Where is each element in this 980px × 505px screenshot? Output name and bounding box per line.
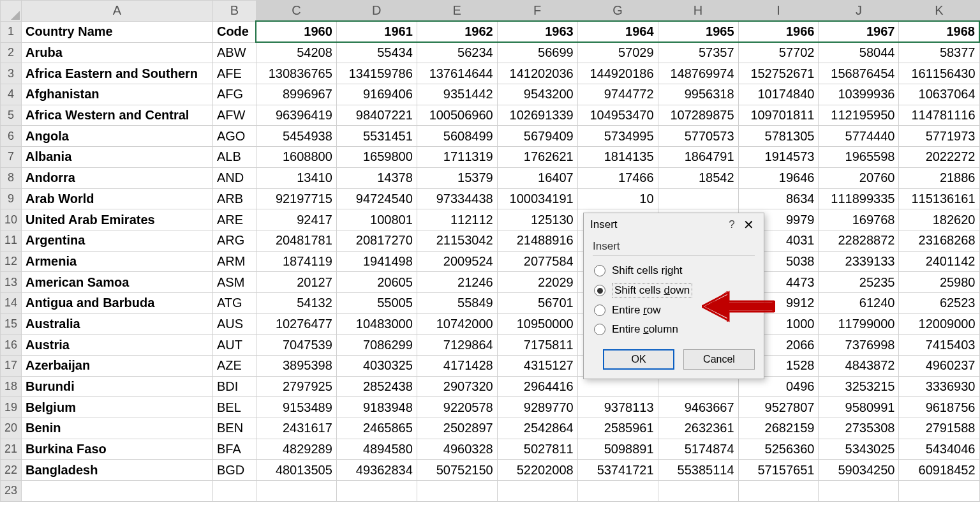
cell-J9[interactable]: 111899335 bbox=[819, 188, 899, 209]
cell-A16[interactable]: Austria bbox=[22, 335, 213, 356]
cell-K6[interactable]: 5771973 bbox=[899, 126, 979, 147]
cell-I2[interactable]: 57702 bbox=[738, 42, 819, 63]
cell-K15[interactable]: 12009000 bbox=[899, 313, 979, 335]
cell-F3[interactable]: 141202036 bbox=[497, 63, 577, 84]
cell-F18[interactable]: 2964416 bbox=[497, 376, 577, 397]
cell-I19[interactable]: 9527807 bbox=[738, 397, 819, 418]
cell-E19[interactable]: 9220578 bbox=[417, 397, 497, 418]
cancel-button[interactable]: Cancel bbox=[683, 349, 755, 370]
cell-A14[interactable]: Antigua and Barbuda bbox=[22, 292, 213, 313]
cell-C23[interactable] bbox=[256, 481, 336, 502]
cell-B16[interactable]: AUT bbox=[212, 335, 256, 356]
row-header-19[interactable]: 19 bbox=[1, 397, 22, 418]
cell-E1[interactable]: 1962 bbox=[417, 21, 497, 42]
row-header-15[interactable]: 15 bbox=[1, 313, 22, 335]
cell-J3[interactable]: 156876454 bbox=[819, 63, 899, 84]
cell-F13[interactable]: 22029 bbox=[497, 272, 577, 293]
cell-H6[interactable]: 5770573 bbox=[658, 126, 738, 147]
cell-I20[interactable]: 2682159 bbox=[738, 418, 819, 439]
insert-option-1[interactable]: Shift cells down bbox=[593, 280, 755, 301]
cell-K13[interactable]: 25980 bbox=[899, 272, 979, 293]
row-header-13[interactable]: 13 bbox=[1, 272, 22, 293]
cell-G1[interactable]: 1964 bbox=[577, 21, 658, 42]
cell-I1[interactable]: 1966 bbox=[738, 21, 819, 42]
col-header-H[interactable]: H bbox=[658, 1, 738, 22]
cell-A19[interactable]: Belgium bbox=[22, 397, 213, 418]
cell-K1[interactable]: 1968 bbox=[899, 21, 979, 42]
cell-B8[interactable]: AND bbox=[212, 167, 256, 188]
cell-K2[interactable]: 58377 bbox=[899, 42, 979, 63]
cell-E23[interactable] bbox=[417, 481, 497, 502]
cell-J16[interactable]: 7376998 bbox=[819, 335, 899, 356]
cell-E8[interactable]: 15379 bbox=[417, 167, 497, 188]
cell-G19[interactable]: 9378113 bbox=[577, 397, 658, 418]
cell-F12[interactable]: 2077584 bbox=[497, 251, 577, 272]
cell-C5[interactable]: 96396419 bbox=[256, 105, 336, 126]
cell-J7[interactable]: 1965598 bbox=[819, 147, 899, 168]
cell-J2[interactable]: 58044 bbox=[819, 42, 899, 63]
cell-H19[interactable]: 9463667 bbox=[658, 397, 738, 418]
col-header-I[interactable]: I bbox=[738, 1, 819, 22]
cell-A7[interactable]: Albania bbox=[22, 147, 213, 168]
cell-B4[interactable]: AFG bbox=[212, 84, 256, 105]
cell-K22[interactable]: 60918452 bbox=[899, 460, 979, 481]
row-header-11[interactable]: 11 bbox=[1, 230, 22, 251]
cell-A21[interactable]: Burkina Faso bbox=[22, 439, 213, 460]
cell-E6[interactable]: 5608499 bbox=[417, 126, 497, 147]
cell-I22[interactable]: 57157651 bbox=[738, 460, 819, 481]
cell-I23[interactable] bbox=[738, 481, 819, 502]
cell-C19[interactable]: 9153489 bbox=[256, 397, 336, 418]
cell-K23[interactable] bbox=[899, 481, 979, 502]
cell-J14[interactable]: 61240 bbox=[819, 292, 899, 313]
row-header-8[interactable]: 8 bbox=[1, 167, 22, 188]
help-icon[interactable]: ? bbox=[724, 218, 739, 231]
col-header-K[interactable]: K bbox=[899, 1, 979, 22]
cell-K5[interactable]: 114781116 bbox=[899, 105, 979, 126]
cell-G21[interactable]: 5098891 bbox=[577, 439, 658, 460]
cell-D6[interactable]: 5531451 bbox=[336, 126, 417, 147]
cell-J10[interactable]: 169768 bbox=[819, 209, 899, 230]
cell-G20[interactable]: 2585961 bbox=[577, 418, 658, 439]
cell-H20[interactable]: 2632361 bbox=[658, 418, 738, 439]
cell-E2[interactable]: 56234 bbox=[417, 42, 497, 63]
cell-D9[interactable]: 94724540 bbox=[336, 188, 417, 209]
cell-J6[interactable]: 5774440 bbox=[819, 126, 899, 147]
cell-E14[interactable]: 55849 bbox=[417, 292, 497, 313]
cell-B12[interactable]: ARM bbox=[212, 251, 256, 272]
cell-I8[interactable]: 19646 bbox=[738, 167, 819, 188]
cell-F19[interactable]: 9289770 bbox=[497, 397, 577, 418]
row-header-6[interactable]: 6 bbox=[1, 126, 22, 147]
cell-G8[interactable]: 17466 bbox=[577, 167, 658, 188]
cell-C11[interactable]: 20481781 bbox=[256, 230, 336, 251]
cell-K7[interactable]: 2022272 bbox=[899, 147, 979, 168]
cell-G7[interactable]: 1814135 bbox=[577, 147, 658, 168]
cell-D4[interactable]: 9169406 bbox=[336, 84, 417, 105]
cell-G4[interactable]: 9744772 bbox=[577, 84, 658, 105]
cell-G3[interactable]: 144920186 bbox=[577, 63, 658, 84]
cell-D1[interactable]: 1961 bbox=[336, 21, 417, 42]
cell-E10[interactable]: 112112 bbox=[417, 209, 497, 230]
col-header-B[interactable]: B bbox=[212, 1, 256, 22]
cell-E11[interactable]: 21153042 bbox=[417, 230, 497, 251]
insert-option-0[interactable]: Shift cells right bbox=[593, 261, 755, 280]
cell-B7[interactable]: ALB bbox=[212, 147, 256, 168]
cell-C12[interactable]: 1874119 bbox=[256, 251, 336, 272]
cell-I6[interactable]: 5781305 bbox=[738, 126, 819, 147]
cell-J18[interactable]: 3253215 bbox=[819, 376, 899, 397]
cell-C6[interactable]: 5454938 bbox=[256, 126, 336, 147]
cell-A2[interactable]: Aruba bbox=[22, 42, 213, 63]
cell-E13[interactable]: 21246 bbox=[417, 272, 497, 293]
row-header-23[interactable]: 23 bbox=[1, 481, 22, 502]
cell-G6[interactable]: 5734995 bbox=[577, 126, 658, 147]
cell-C2[interactable]: 54208 bbox=[256, 42, 336, 63]
cell-D7[interactable]: 1659800 bbox=[336, 147, 417, 168]
cell-J13[interactable]: 25235 bbox=[819, 272, 899, 293]
cell-A20[interactable]: Benin bbox=[22, 418, 213, 439]
cell-D8[interactable]: 14378 bbox=[336, 167, 417, 188]
cell-B2[interactable]: ABW bbox=[212, 42, 256, 63]
cell-K10[interactable]: 182620 bbox=[899, 209, 979, 230]
cell-D5[interactable]: 98407221 bbox=[336, 105, 417, 126]
cell-C3[interactable]: 130836765 bbox=[256, 63, 336, 84]
cell-F23[interactable] bbox=[497, 481, 577, 502]
row-header-16[interactable]: 16 bbox=[1, 335, 22, 356]
